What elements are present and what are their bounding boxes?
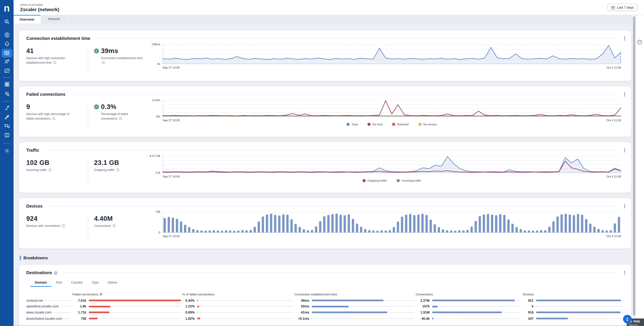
info-icon[interactable]: ⓘ [102,61,105,64]
connection-establishment-time-chart-plot[interactable] [162,44,621,64]
sidebar-item-assistant-search[interactable] [0,17,14,26]
kebab-menu-icon[interactable]: ⋮ [622,270,628,275]
destinations-tab-domain[interactable]: Domain [30,279,52,287]
cell-value: 39ms [294,299,309,302]
column-header-cet[interactable]: Connection establishment time [294,292,416,296]
sidebar-item-chat-bubbles[interactable] [0,122,14,131]
destinations-tab-owner[interactable]: Owner [103,279,122,287]
devices-connections-chart[interactable]: 7360Sep 27 10:00Oct 4 11:00 [144,210,631,243]
vertical-scrollbar[interactable] [632,15,636,326]
legend-swatch [347,123,350,126]
table-row[interactable]: dnsechotest.zscaler.com7361.82%<0.1ms40.… [26,315,625,321]
traffic-chart-plot[interactable] [162,156,621,173]
date-range-label: Last 7 days [617,6,634,9]
card-title: Destinations ⓘ [26,270,58,275]
legend-item[interactable]: Outgoing traffic [362,179,387,182]
sidebar-item-book[interactable] [0,131,14,140]
horizontal-scrollbar[interactable] [14,325,636,326]
info-icon[interactable]: ⓘ [52,117,55,120]
cell-value: 40.4k [416,317,430,320]
sidebar-item-rocket[interactable] [0,113,14,122]
info-icon[interactable]: ⓘ [62,224,65,228]
y-axis-max-label: 736 [155,210,160,213]
legend-item[interactable]: No host [368,123,382,126]
kebab-menu-icon[interactable]: ⋮ [622,92,628,96]
kebab-menu-icon[interactable]: ⋮ [622,148,628,152]
kebab-menu-icon[interactable]: ⋮ [622,36,628,41]
legend-item[interactable]: No service [418,123,437,126]
sidebar-item-monitoring-dashboard[interactable] [0,49,14,58]
dotted-leader [112,306,180,307]
help-question-icon[interactable]: ? [638,40,642,45]
y-axis-max-label: 8.27 GB [150,155,160,157]
sidebar-item-robot-arm[interactable] [0,103,14,112]
legend-label: Incoming traffic [402,179,421,182]
failed-connections-chart[interactable]: 3.54%0%Sep 27 10:00Oct 4 11:00TotalNo ho… [144,98,631,131]
stat-label: Incoming traffic ⓘ [26,168,76,172]
sidebar-item-bell[interactable] [0,40,14,49]
check-ok-icon: ✓ [94,104,99,109]
domain-label[interactable]: zscloud.net [26,299,43,302]
dotted-leader [570,318,622,319]
notification-badge[interactable]: 1 [623,315,632,323]
cell-bar [432,312,502,313]
cell-value: 1.71k [72,311,86,314]
legend-item[interactable]: Incoming traffic [397,179,421,182]
right-rail: ? [636,15,644,326]
content-scroll-area[interactable]: Connection establishment time ⋮ 41 Devic… [19,24,631,326]
brand-logo[interactable]: n [0,0,14,16]
x-axis-start-label: Sep 27 10:00 [162,66,180,69]
cell-pct: 0.34% [182,299,294,302]
breakdowns-section-header: Breakdowns [20,254,631,261]
table-row[interactable]: speedtest.zscaler.com1.8k1.15%20ms157k5 [26,303,625,310]
domain-label[interactable]: www.zscaler.com [26,311,52,314]
tab-overview[interactable]: Overview [14,15,41,24]
kebab-menu-icon[interactable]: ⋮ [622,204,628,208]
sidebar-item-compass[interactable] [0,31,14,40]
info-icon[interactable]: ⓘ [53,61,56,64]
cell-value: 921 [523,299,534,302]
cell-conns: 157k [416,305,523,308]
sidebar-item-user-search[interactable] [0,57,14,66]
cell-bar [536,318,568,319]
date-range-button[interactable]: Last 7 days [608,4,638,11]
sidebar-item-apps-grid[interactable] [0,80,14,89]
domain-label[interactable]: speedtest.zscaler.com [26,305,59,308]
sidebar-item-fingerprint-search[interactable] [0,89,14,98]
column-header-devices[interactable]: Devices [523,292,624,296]
destinations-tab-country[interactable]: Country [66,279,87,287]
table-row[interactable]: zscloud.net7.61k0.34%39ms2.27M921 [26,298,625,304]
dotted-leader [436,318,521,319]
info-icon[interactable]: ⓘ [54,271,57,275]
legend-item[interactable]: Total [347,123,358,126]
sidebar-item-gear[interactable] [0,146,14,155]
cell-bar [197,318,200,319]
destinations-tab-type[interactable]: Type [87,279,103,287]
column-header-pct[interactable]: % of failed connections [182,292,294,296]
cell-bar [536,300,621,301]
info-icon[interactable]: ⓘ [116,168,119,172]
failed-connections-chart-plot[interactable] [162,100,621,117]
devices-connections-chart-plot[interactable] [162,212,621,233]
connection-establishment-time-chart[interactable]: 138ms0sSep 27 10:00Oct 4 11:00 [144,42,631,75]
domain-label[interactable]: dnsechotest.zscaler.com [26,317,62,320]
sidebar-item-card-slash[interactable] [0,66,14,75]
cell-failed: 1.71k [72,311,182,314]
tab-network[interactable]: Network [41,15,68,24]
rocket-icon [4,114,10,120]
table-row[interactable]: www.zscaler.com1.71k0.09%41ms1.91M916 [26,310,625,316]
card-title: Traffic [26,147,39,152]
cell-value: 1.8k [72,305,86,308]
tab-bar: OverviewNetwork [14,15,644,24]
legend-item[interactable]: Rejected [392,123,408,126]
cell-bar [89,306,110,307]
traffic-chart[interactable]: 8.27 GB0 BSep 27 10:00Oct 4 11:00Outgoin… [144,154,631,187]
column-header-failed[interactable]: Failed connections [72,292,182,296]
column-header-conns[interactable]: Connections [416,292,523,296]
scrollbar-thumb[interactable] [633,16,635,315]
destinations-tab-port[interactable]: Port [52,279,66,287]
info-icon[interactable]: ⓘ [112,224,116,228]
info-icon[interactable]: ⓘ [48,168,52,172]
card-traffic: Traffic ⋮ 102 GB Incoming traffic ⓘ 23.1… [19,142,631,193]
info-icon[interactable]: ⓘ [119,117,122,120]
